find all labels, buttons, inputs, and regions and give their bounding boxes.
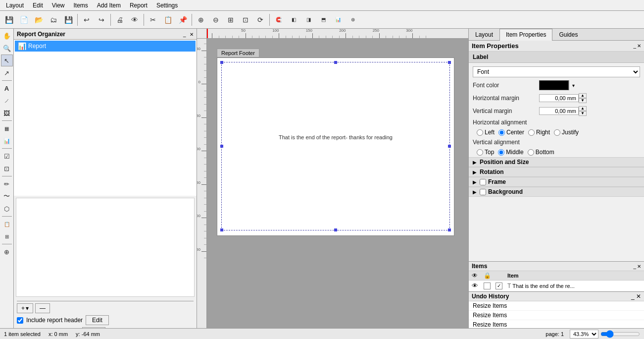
font-select[interactable]: Font bbox=[473, 66, 640, 77]
halign-right[interactable]: Right bbox=[528, 129, 550, 136]
undo-minimize[interactable]: _ bbox=[631, 293, 635, 300]
handle-middle-right[interactable] bbox=[448, 145, 451, 148]
tool-pan[interactable]: ✋ bbox=[1, 30, 13, 42]
include-header-checkbox[interactable] bbox=[17, 317, 23, 324]
tb-align-top[interactable]: ⬒ bbox=[316, 13, 330, 27]
tool-chart[interactable]: 📊 bbox=[1, 135, 13, 147]
edit-header-button[interactable]: Edit bbox=[86, 315, 109, 325]
items-lock-checkbox[interactable] bbox=[484, 282, 491, 289]
tool-line[interactable]: ⟋ bbox=[1, 95, 13, 107]
tb-open[interactable]: 🗂 bbox=[47, 13, 60, 27]
vertical-margin-input[interactable] bbox=[539, 107, 579, 115]
halign-justify-radio[interactable] bbox=[554, 129, 560, 136]
tb-paste[interactable]: 📌 bbox=[176, 13, 190, 27]
tool-polygon[interactable]: ⬡ bbox=[1, 203, 13, 215]
tool-table[interactable]: ⊞ bbox=[1, 230, 13, 242]
ip-close[interactable]: ✕ bbox=[637, 43, 641, 49]
tool-label[interactable]: A bbox=[1, 82, 13, 94]
tb-snap[interactable]: 🧲 bbox=[272, 13, 286, 27]
tb-save[interactable]: 💾 bbox=[2, 13, 16, 27]
tool-select[interactable]: ↖ bbox=[1, 55, 13, 66]
valign-top[interactable]: Top bbox=[477, 149, 494, 156]
canvas-area[interactable]: 50100150200250300 -50050100150200250 Rep… bbox=[197, 29, 468, 339]
tb-zoom-in[interactable]: ⊕ bbox=[194, 13, 208, 27]
background-checkbox[interactable] bbox=[480, 189, 486, 195]
tb-zoom-fit[interactable]: ⊞ bbox=[224, 13, 238, 27]
valign-bottom[interactable]: Bottom bbox=[528, 149, 554, 156]
halign-center[interactable]: Center bbox=[498, 129, 524, 136]
items-visibility-cell[interactable]: 👁 bbox=[472, 282, 482, 289]
tab-layout[interactable]: Layout bbox=[469, 29, 499, 40]
halign-center-radio[interactable] bbox=[498, 129, 505, 136]
horizontal-margin-down[interactable]: ▼ bbox=[579, 98, 587, 103]
halign-left[interactable]: Left bbox=[477, 129, 495, 136]
tb-more[interactable]: ⊛ bbox=[346, 13, 360, 27]
handle-top-left[interactable] bbox=[220, 61, 223, 64]
tb-refresh[interactable]: ⟳ bbox=[253, 13, 267, 27]
tool-curve[interactable]: 〜 bbox=[1, 190, 13, 202]
tab-guides[interactable]: Guides bbox=[552, 29, 584, 40]
tb-align-left[interactable]: ◧ bbox=[287, 13, 300, 27]
tb-zoom-sel[interactable]: ⊡ bbox=[239, 13, 252, 27]
tool-frame[interactable]: ⊡ bbox=[1, 163, 13, 174]
items-close[interactable]: ✕ bbox=[637, 264, 641, 269]
position-size-section[interactable]: ▶ Position and Size bbox=[469, 157, 644, 167]
handle-bottom-center[interactable] bbox=[334, 228, 337, 231]
report-page[interactable]: That is the end of the report- thanks fo… bbox=[217, 57, 454, 236]
zoom-slider[interactable] bbox=[600, 330, 640, 338]
tb-save2[interactable]: 💾 bbox=[61, 13, 75, 27]
handle-top-center[interactable] bbox=[334, 61, 337, 64]
vertical-margin-up[interactable]: ▲ bbox=[579, 106, 587, 111]
handle-bottom-right[interactable] bbox=[448, 228, 451, 231]
menu-report[interactable]: Report bbox=[126, 1, 151, 10]
rotation-section[interactable]: ▶ Rotation bbox=[469, 167, 644, 177]
menu-view[interactable]: View bbox=[48, 1, 69, 10]
vertical-margin-down[interactable]: ▼ bbox=[579, 111, 587, 116]
tab-item-properties[interactable]: Item Properties bbox=[499, 29, 552, 41]
tree-item-report[interactable]: 📊 Report bbox=[15, 41, 196, 52]
menu-add-item[interactable]: Add Item bbox=[93, 1, 125, 10]
report-text-item[interactable]: That is the end of the report- thanks fo… bbox=[222, 134, 449, 140]
frame-section[interactable]: ▶ Frame bbox=[469, 177, 644, 187]
items-check-checkbox[interactable] bbox=[495, 282, 502, 289]
menu-settings[interactable]: Settings bbox=[152, 1, 182, 10]
undo-close[interactable]: ✕ bbox=[636, 293, 641, 300]
tool-pencil[interactable]: ✏ bbox=[1, 178, 13, 190]
frame-checkbox[interactable] bbox=[480, 179, 486, 185]
valign-bottom-radio[interactable] bbox=[528, 149, 534, 156]
valign-middle[interactable]: Middle bbox=[498, 149, 523, 156]
halign-left-radio[interactable] bbox=[477, 129, 483, 136]
valign-top-radio[interactable] bbox=[477, 149, 483, 156]
tb-print[interactable]: 🖨 bbox=[113, 13, 127, 27]
tb-undo[interactable]: ↩ bbox=[80, 13, 94, 27]
tb-new[interactable]: 📄 bbox=[17, 13, 31, 27]
undo-item-2[interactable]: Resize Items bbox=[469, 311, 644, 320]
halign-justify[interactable]: Justify bbox=[554, 129, 579, 136]
tool-barcode[interactable]: ▦ bbox=[1, 122, 13, 134]
ip-minimize[interactable]: _ bbox=[633, 43, 636, 49]
tb-chart[interactable]: 📊 bbox=[331, 13, 345, 27]
organizer-remove-button[interactable]: — bbox=[35, 303, 50, 313]
background-section[interactable]: ▶ Background bbox=[469, 187, 644, 197]
organizer-minimize[interactable]: _ bbox=[183, 32, 186, 37]
zoom-select[interactable]: 10% 25% 43.3% 50% 75% 100% 150% 200% bbox=[570, 330, 598, 339]
organizer-close[interactable]: ✕ bbox=[190, 32, 194, 37]
organizer-add-button[interactable]: +▾ bbox=[17, 303, 33, 313]
undo-item-1[interactable]: Resize Items bbox=[469, 301, 644, 311]
tb-copy[interactable]: 📋 bbox=[161, 13, 175, 27]
horizontal-margin-up[interactable]: ▲ bbox=[579, 93, 587, 98]
items-minimize[interactable]: _ bbox=[633, 264, 636, 269]
menu-items[interactable]: Items bbox=[70, 1, 92, 10]
tb-align-right[interactable]: ◨ bbox=[301, 13, 315, 27]
handle-bottom-left[interactable] bbox=[220, 228, 223, 231]
handle-middle-left[interactable] bbox=[220, 145, 223, 148]
horizontal-margin-input[interactable] bbox=[539, 94, 579, 102]
font-color-button[interactable] bbox=[539, 80, 569, 90]
tb-print-preview[interactable]: 👁 bbox=[128, 13, 142, 27]
tool-crosshair[interactable]: ⊕ bbox=[1, 246, 13, 258]
tool-zoom[interactable]: 🔍 bbox=[1, 42, 13, 54]
tb-open-folder[interactable]: 📂 bbox=[32, 13, 46, 27]
tool-image[interactable]: 🖼 bbox=[1, 107, 13, 119]
menu-layout[interactable]: Layout bbox=[2, 1, 28, 10]
tb-cut[interactable]: ✂ bbox=[146, 13, 160, 27]
